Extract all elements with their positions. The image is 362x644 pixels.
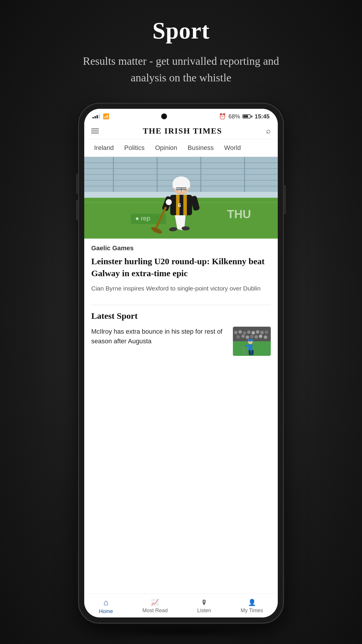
nav-home-label: Home [99,608,113,615]
status-right: ⏰ 68% 15:45 [219,113,270,120]
svg-point-40 [243,331,246,335]
nav-my-times[interactable]: 👤 My Times [241,599,263,614]
svg-point-45 [265,330,268,334]
profile-icon: 👤 [248,599,256,606]
svg-point-39 [238,330,242,334]
phone-screen: 📶 ⏰ 68% 15:45 [84,109,278,617]
svg-text:6: 6 [178,202,181,208]
svg-rect-37 [233,327,271,341]
listen-icon: 🎙 [201,599,208,606]
phone-shadow [99,626,263,637]
phone-mockup: 📶 ⏰ 68% 15:45 [79,104,283,629]
svg-text:THU: THU [227,208,251,220]
svg-rect-57 [248,344,252,351]
nav-home[interactable]: ⌂ Home [99,598,113,615]
svg-point-20 [182,226,190,230]
svg-point-47 [241,335,245,338]
nav-listen[interactable]: 🎙 Listen [197,599,211,614]
thumbnail-svg [233,327,271,356]
phone-frame: 📶 ⏰ 68% 15:45 [79,104,283,623]
category-opinion[interactable]: Opinion [150,139,182,156]
news-item[interactable]: McIlroy has extra bounce in his step for… [91,327,271,356]
time-display: 15:45 [255,113,270,120]
page-subtitle: Results matter - get unrivalled reportin… [72,53,290,86]
svg-point-50 [254,335,258,339]
trending-icon: 📈 [151,599,159,606]
svg-point-44 [260,331,264,334]
camera-notch [161,113,167,119]
home-icon: ⌂ [103,598,108,607]
svg-point-49 [250,335,254,338]
svg-rect-28 [173,183,190,188]
top-navigation: THE IRISH TIMES ⌕ [84,123,278,139]
hero-svg: THU ● rep [84,157,278,239]
svg-text:● rep: ● rep [135,215,150,222]
article-title[interactable]: Leinster hurling U20 round-up: Kilkenny … [91,256,271,279]
category-business[interactable]: Business [182,139,219,156]
status-left: 📶 [92,113,109,120]
article-summary: Cian Byrne inspires Wexford to single-po… [91,284,271,293]
article-category: Gaelic Games [91,244,271,252]
wifi-icon: 📶 [103,113,109,120]
news-item-text: McIlroy has extra bounce in his step for… [91,327,228,346]
svg-point-48 [246,335,249,339]
signal-bars-icon [92,114,100,118]
news-item-thumbnail [233,327,271,356]
menu-button[interactable] [91,129,99,133]
bottom-navigation: ⌂ Home 📈 Most Read 🎙 Listen 👤 My Times [84,594,278,617]
alarm-icon: ⏰ [219,113,226,120]
nav-listen-label: Listen [197,608,211,614]
search-button[interactable]: ⌕ [266,127,271,135]
content-divider [91,305,271,305]
nav-my-times-label: My Times [241,608,263,614]
category-world[interactable]: World [219,139,246,156]
svg-point-42 [252,331,255,335]
category-ireland[interactable]: Ireland [89,139,119,156]
svg-point-46 [236,335,240,339]
battery-icon [242,114,252,118]
svg-rect-56 [248,339,253,341]
nav-most-read-label: Most Read [142,608,168,614]
svg-point-41 [247,330,251,334]
svg-rect-23 [183,195,187,215]
latest-sport-section: Latest Sport McIlroy has extra bounce in… [84,311,278,356]
category-navigation: Ireland Politics Opinion Business World [84,139,278,157]
svg-point-38 [234,331,238,334]
svg-point-52 [264,335,267,339]
svg-point-43 [256,330,259,334]
newspaper-logo: THE IRISH TIMES [143,126,222,136]
status-bar: 📶 ⏰ 68% 15:45 [84,109,278,123]
page-title: Sport [152,18,210,44]
category-politics[interactable]: Politics [119,139,150,156]
section-heading: Latest Sport [91,311,271,321]
battery-percent: 68% [229,113,240,120]
svg-rect-21 [170,195,192,215]
svg-point-51 [259,335,262,338]
article-content: Gaelic Games Leinster hurling U20 round-… [84,239,278,299]
svg-point-34 [166,199,172,205]
hero-image[interactable]: THU ● rep [84,157,278,239]
nav-most-read[interactable]: 📈 Most Read [142,599,168,614]
